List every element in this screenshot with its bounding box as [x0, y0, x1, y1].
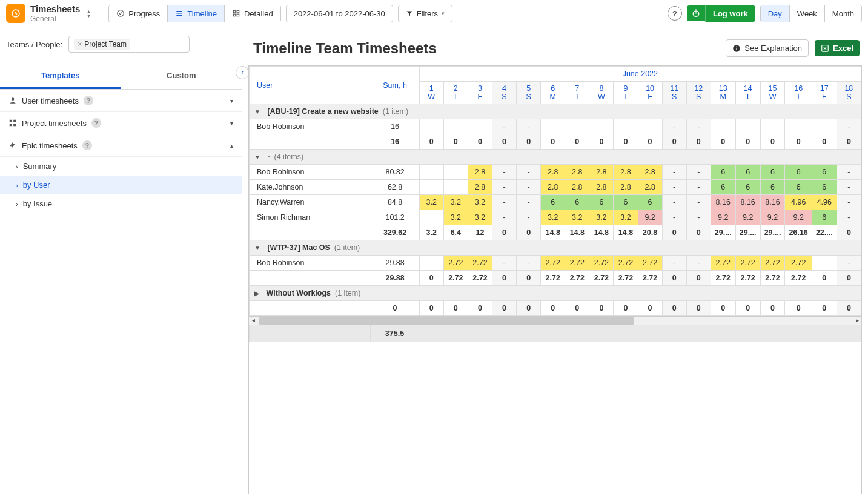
filters-button[interactable]: Filters ▾: [398, 5, 452, 22]
value-cell[interactable]: 2.72: [711, 256, 735, 271]
viewmode-detailed[interactable]: Detailed: [225, 5, 280, 22]
col-day-2[interactable]: 2T: [443, 82, 468, 104]
value-cell[interactable]: -: [517, 165, 541, 180]
table-row[interactable]: Kate.Johnson62.82.8--2.82.82.82.82.8--66…: [250, 180, 861, 195]
value-cell[interactable]: 3.2: [589, 210, 614, 225]
value-cell[interactable]: 3.2: [468, 210, 492, 225]
value-cell[interactable]: -: [837, 119, 861, 134]
value-cell[interactable]: -: [517, 180, 541, 195]
group-row[interactable]: ▼ - (4 items): [250, 150, 861, 165]
value-cell[interactable]: 6: [785, 180, 812, 195]
sidebar-item-by-issue[interactable]: › by Issue: [0, 194, 242, 213]
value-cell[interactable]: -: [517, 210, 541, 225]
value-cell[interactable]: -: [837, 210, 861, 225]
value-cell[interactable]: 8.16: [735, 195, 760, 210]
value-cell[interactable]: [443, 180, 468, 195]
value-cell[interactable]: -: [837, 256, 861, 271]
value-cell[interactable]: 8.16: [711, 195, 735, 210]
value-cell[interactable]: [711, 119, 735, 134]
value-cell[interactable]: -: [837, 180, 861, 195]
group-row[interactable]: ▼ [WTP-37] Mac OS (1 item): [250, 240, 861, 256]
value-cell[interactable]: 3.2: [565, 210, 589, 225]
col-day-17[interactable]: 17F: [812, 82, 837, 104]
value-cell[interactable]: 8.16: [760, 195, 785, 210]
viewmode-progress[interactable]: Progress: [109, 5, 168, 22]
app-title-block[interactable]: Timesheets General: [30, 4, 80, 23]
value-cell[interactable]: -: [492, 210, 516, 225]
value-cell[interactable]: -: [662, 119, 686, 134]
value-cell[interactable]: -: [492, 165, 516, 180]
col-day-11[interactable]: 11S: [662, 82, 686, 104]
value-cell[interactable]: -: [837, 165, 861, 180]
value-cell[interactable]: 2.8: [614, 180, 638, 195]
user-timesheets-section[interactable]: User timesheets ? ▾: [0, 90, 242, 112]
value-cell[interactable]: 3.2: [443, 195, 468, 210]
value-cell[interactable]: 2.8: [638, 165, 662, 180]
value-cell[interactable]: -: [662, 195, 686, 210]
col-day-15[interactable]: 15W: [760, 82, 785, 104]
value-cell[interactable]: 6: [711, 165, 735, 180]
value-cell[interactable]: [812, 119, 837, 134]
value-cell[interactable]: [443, 119, 468, 134]
value-cell[interactable]: 9.2: [711, 210, 735, 225]
table-row[interactable]: Bob Robinson16-----: [250, 119, 861, 134]
viewmode-timeline[interactable]: Timeline: [168, 5, 225, 22]
table-row[interactable]: Bob Robinson29.882.722.72--2.722.722.722…: [250, 256, 861, 271]
value-cell[interactable]: [419, 165, 443, 180]
value-cell[interactable]: 9.2: [735, 210, 760, 225]
value-cell[interactable]: -: [492, 256, 516, 271]
value-cell[interactable]: -: [686, 210, 711, 225]
col-sum[interactable]: Sum, h: [371, 67, 419, 104]
value-cell[interactable]: 6: [735, 165, 760, 180]
value-cell[interactable]: [443, 165, 468, 180]
scroll-right-icon[interactable]: ▸: [853, 317, 861, 325]
value-cell[interactable]: -: [837, 195, 861, 210]
log-work-button[interactable]: Log work: [687, 5, 755, 22]
value-cell[interactable]: 9.2: [638, 210, 662, 225]
see-explanation-button[interactable]: See Explanation: [726, 39, 809, 57]
value-cell[interactable]: 2.72: [589, 256, 614, 271]
value-cell[interactable]: 6: [614, 195, 638, 210]
value-cell[interactable]: 3.2: [443, 210, 468, 225]
epic-timesheets-section[interactable]: Epic timesheets ? ▴: [0, 134, 242, 157]
range-day[interactable]: Day: [761, 5, 790, 22]
value-cell[interactable]: -: [492, 180, 516, 195]
value-cell[interactable]: -: [517, 195, 541, 210]
value-cell[interactable]: [638, 119, 662, 134]
col-user[interactable]: User: [250, 67, 371, 104]
value-cell[interactable]: 2.8: [638, 180, 662, 195]
value-cell[interactable]: 6: [812, 165, 837, 180]
value-cell[interactable]: 2.72: [760, 256, 785, 271]
value-cell[interactable]: 2.8: [541, 180, 565, 195]
value-cell[interactable]: 6: [760, 165, 785, 180]
value-cell[interactable]: -: [662, 180, 686, 195]
value-cell[interactable]: 6: [541, 195, 565, 210]
sidebar-item-by-user[interactable]: › by User: [0, 176, 242, 194]
col-day-7[interactable]: 7T: [565, 82, 589, 104]
value-cell[interactable]: 6: [812, 210, 837, 225]
value-cell[interactable]: [614, 119, 638, 134]
scroll-left-icon[interactable]: ◂: [249, 317, 257, 325]
value-cell[interactable]: 6: [812, 180, 837, 195]
value-cell[interactable]: 2.72: [735, 256, 760, 271]
value-cell[interactable]: [468, 119, 492, 134]
value-cell[interactable]: 6: [565, 195, 589, 210]
value-cell[interactable]: 2.72: [565, 256, 589, 271]
value-cell[interactable]: 2.72: [638, 256, 662, 271]
value-cell[interactable]: 2.8: [565, 165, 589, 180]
group-row[interactable]: ▶ Without Worklogs (1 item): [250, 286, 861, 301]
group-row[interactable]: ▼ [ABU-19] Create a new website (1 item): [250, 104, 861, 119]
value-cell[interactable]: [419, 180, 443, 195]
value-cell[interactable]: -: [662, 165, 686, 180]
value-cell[interactable]: 6: [589, 195, 614, 210]
value-cell[interactable]: -: [686, 256, 711, 271]
value-cell[interactable]: -: [686, 165, 711, 180]
col-day-6[interactable]: 6M: [541, 82, 565, 104]
col-day-4[interactable]: 4S: [492, 82, 516, 104]
value-cell[interactable]: [589, 119, 614, 134]
col-day-5[interactable]: 5S: [517, 82, 541, 104]
value-cell[interactable]: 3.2: [614, 210, 638, 225]
value-cell[interactable]: 6: [785, 165, 812, 180]
value-cell[interactable]: [565, 119, 589, 134]
value-cell[interactable]: 2.8: [468, 180, 492, 195]
